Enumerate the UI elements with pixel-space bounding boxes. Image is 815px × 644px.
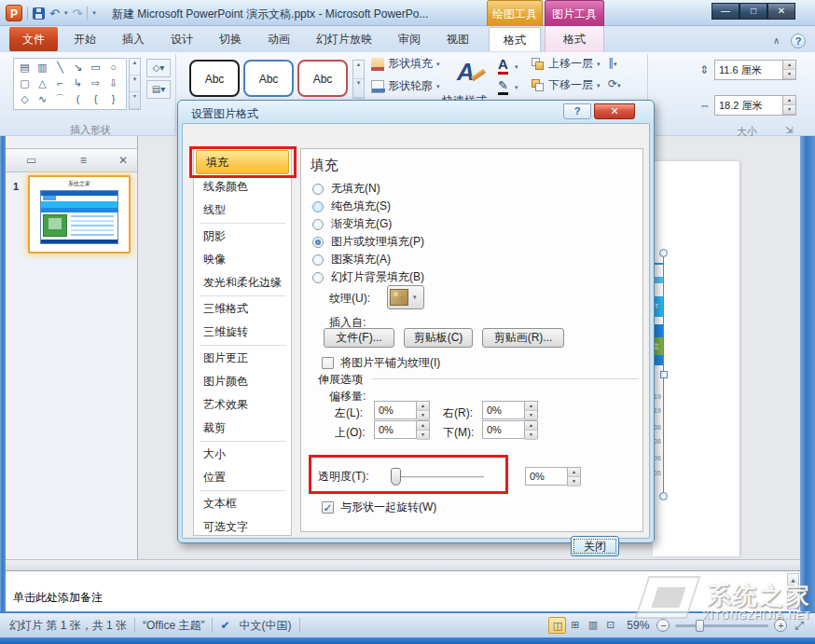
height-spinner[interactable]: ▲▼ — [782, 61, 795, 79]
outline-tab-icon[interactable]: ≡ — [58, 154, 110, 167]
sidebar-item-3d-format[interactable]: 三维格式 — [194, 297, 291, 321]
slides-tab-icon[interactable]: ▭ — [6, 154, 58, 167]
zoom-out-button[interactable]: − — [656, 619, 670, 632]
selection-handle-middle[interactable] — [660, 371, 668, 378]
shape-icon[interactable]: } — [104, 91, 122, 107]
text-outline-icon[interactable]: ✎ — [498, 78, 508, 95]
tile-as-texture-option[interactable]: 将图片平铺为纹理(I) — [322, 355, 440, 371]
qat-customize-icon[interactable]: ▾ — [92, 9, 96, 17]
option-picture-texture-fill[interactable]: 图片或纹理填充(P) — [312, 234, 424, 250]
align-button[interactable]: ∥▾ — [608, 56, 617, 69]
dialog-close-button[interactable]: ✕ — [594, 103, 635, 119]
shape-icon[interactable]: ▢ — [16, 75, 34, 91]
text-fill-caret[interactable]: ▾ — [515, 63, 518, 71]
reading-view-button[interactable]: ▥ — [584, 617, 601, 634]
sidebar-item-glow-soft-edges[interactable]: 发光和柔化边缘 — [194, 271, 291, 295]
notes-scrollbar[interactable]: ▲ — [787, 573, 799, 610]
shape-icon[interactable]: ○ — [104, 60, 122, 75]
sidebar-item-line-style[interactable]: 线型 — [194, 199, 291, 222]
texture-dropdown[interactable]: ▾ — [387, 285, 424, 309]
sidebar-item-picture-corrections[interactable]: 图片更正 — [194, 347, 291, 370]
offset-bottom-field[interactable]: 0% ▲▼ — [482, 420, 538, 439]
style-gallery-scrollbar[interactable]: ▲ ▼ — [352, 60, 365, 99]
contextual-tab-picture-tools[interactable]: 图片工具 — [545, 0, 604, 26]
checkbox-checked-icon[interactable]: ✓ — [322, 501, 334, 514]
tab-format-picture[interactable]: 格式 — [548, 27, 601, 51]
slideshow-button[interactable]: ⊡ — [601, 617, 619, 634]
gallery-more-icon[interactable]: ▾ — [130, 92, 140, 109]
tab-animations[interactable]: 动画 — [257, 27, 300, 51]
spinner[interactable]: ▲▼ — [567, 468, 580, 485]
option-no-fill[interactable]: 无填充(N) — [312, 181, 380, 197]
tab-review[interactable]: 审阅 — [388, 27, 431, 51]
selection-handle-top[interactable] — [659, 249, 668, 257]
redo-icon[interactable]: ↷ — [72, 7, 82, 20]
tab-file[interactable]: 文件 — [9, 27, 58, 51]
shape-fill-button[interactable]: 形状填充 ▾ — [371, 56, 440, 72]
edit-shape-button[interactable]: ◇▾ — [146, 59, 171, 77]
offset-left-field[interactable]: 0% ▲▼ — [374, 401, 430, 419]
size-dialog-launcher-icon[interactable]: ⇲ — [785, 125, 793, 135]
option-pattern-fill[interactable]: 图案填充(A) — [312, 252, 391, 267]
zoom-in-button[interactable]: + — [774, 619, 787, 632]
shape-icon[interactable]: ╲ — [51, 60, 69, 75]
shape-icon[interactable]: ⌐ — [51, 75, 69, 91]
spinner[interactable]: ▲▼ — [416, 421, 429, 438]
shape-icon[interactable]: △ — [34, 75, 51, 91]
dialog-close-action-button[interactable]: 关闭 — [571, 536, 619, 556]
shape-outline-button[interactable]: 形状轮廓 ▾ — [371, 78, 440, 94]
file-button[interactable]: 文件(F)... — [324, 328, 394, 348]
shape-icon[interactable]: ⇩ — [104, 75, 122, 91]
tab-view[interactable]: 视图 — [436, 27, 479, 51]
radio-icon[interactable] — [312, 201, 324, 212]
offset-top-field[interactable]: 0% ▲▼ — [374, 420, 430, 439]
close-button[interactable]: ✕ — [767, 3, 795, 20]
contextual-tab-drawing-tools[interactable]: 绘图工具 — [487, 0, 543, 26]
shape-gallery[interactable]: ▤▥╲↘▭○▢△⌐↳⇨⇩◇∿⌒({} — [13, 58, 127, 110]
radio-icon[interactable] — [312, 184, 324, 195]
shape-icon[interactable]: ▥ — [34, 60, 51, 75]
shape-height-field[interactable]: 11.6 厘米 ▲▼ — [714, 60, 796, 80]
shape-style-2[interactable]: Abc — [243, 60, 294, 97]
spellcheck-icon[interactable]: ✔ — [220, 619, 229, 632]
shape-icon[interactable]: ⇨ — [87, 75, 104, 91]
shape-icon[interactable]: ⌒ — [51, 91, 69, 107]
shape-icon[interactable]: ▭ — [87, 60, 104, 75]
option-gradient-fill[interactable]: 渐变填充(G) — [312, 216, 392, 232]
tab-insert[interactable]: 插入 — [112, 27, 155, 51]
tab-transitions[interactable]: 切换 — [209, 27, 252, 51]
shape-icon[interactable]: ∿ — [34, 91, 51, 107]
shape-width-field[interactable]: 18.2 厘米 ▲▼ — [714, 95, 796, 116]
zoom-slider[interactable] — [675, 624, 768, 627]
shape-style-1[interactable]: Abc — [189, 60, 240, 97]
bring-forward-button[interactable]: 上移一层 ▾ — [532, 56, 601, 72]
radio-icon[interactable] — [312, 272, 324, 283]
scroll-up-icon[interactable]: ▲ — [788, 574, 798, 586]
notes-pane[interactable]: 单击此处添加备注 ▲ — [6, 571, 800, 611]
normal-view-button[interactable]: ◫ — [548, 617, 566, 634]
undo-icon[interactable]: ↶ — [49, 7, 60, 20]
slide-thumbnail[interactable]: 系统之家 — [28, 175, 131, 253]
radio-icon[interactable] — [312, 254, 324, 266]
option-solid-fill[interactable]: 纯色填充(S) — [312, 199, 391, 214]
scroll-up-icon[interactable]: ▲ — [130, 59, 140, 75]
send-backward-button[interactable]: 下移一层 ▾ — [532, 77, 601, 93]
radio-icon-selected[interactable] — [312, 237, 324, 248]
panel-close-icon[interactable]: ✕ — [109, 154, 137, 167]
clipart-button[interactable]: 剪贴画(R)... — [482, 328, 564, 348]
scroll-down-icon[interactable]: ▼ — [353, 79, 364, 98]
collapse-ribbon-icon[interactable]: ∧ — [773, 35, 780, 46]
tab-format-drawing[interactable]: 格式 — [489, 27, 541, 51]
clipboard-button[interactable]: 剪贴板(C) — [404, 328, 473, 348]
text-fill-icon[interactable]: A — [498, 57, 508, 75]
spinner[interactable]: ▲▼ — [524, 402, 537, 418]
option-slide-background-fill[interactable]: 幻灯片背景填充(B) — [312, 269, 424, 285]
sidebar-item-alt-text[interactable]: 可选文字 — [194, 515, 291, 539]
shape-icon[interactable]: ( — [69, 91, 87, 107]
spinner[interactable]: ▲▼ — [524, 421, 537, 438]
scroll-up-icon[interactable]: ▲ — [353, 61, 364, 79]
offset-right-field[interactable]: 0% ▲▼ — [482, 401, 538, 419]
shape-icon[interactable]: ◇ — [16, 91, 34, 107]
undo-caret-icon[interactable]: ▾ — [64, 9, 68, 17]
transparency-field[interactable]: 0% ▲▼ — [525, 467, 581, 486]
